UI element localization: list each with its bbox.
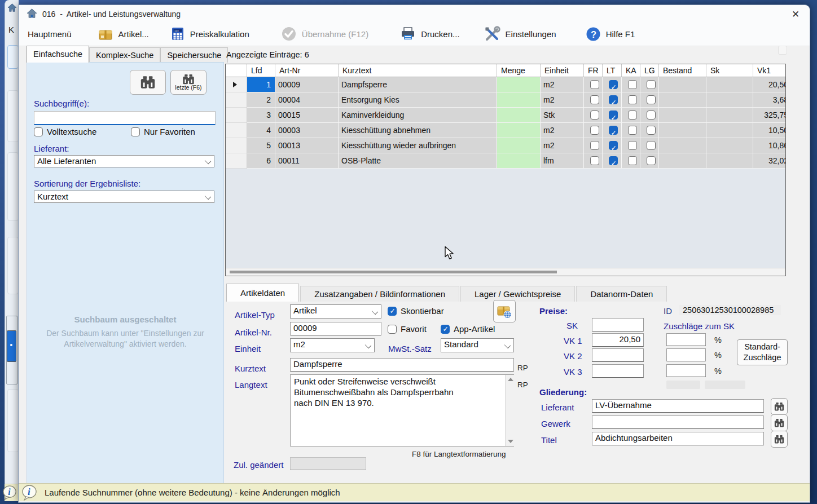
cell-vk1[interactable]: 32,02 [753, 153, 786, 169]
cell-vk1[interactable]: 20,50 [753, 77, 786, 92]
table-row[interactable]: 4 00003 Kiesschüttung abnehmen m2 10,50 [226, 123, 786, 138]
row-selector[interactable] [226, 138, 247, 153]
cell-vk1[interactable]: 325,75 [753, 108, 786, 123]
app-artikel-checkbox[interactable] [441, 325, 450, 334]
skontierbar-option[interactable]: Skontierbar [388, 306, 444, 316]
hilfe-button[interactable]: ? Hilfe F1 [578, 23, 643, 45]
cell-lfd[interactable]: 1 [247, 77, 275, 92]
cell-menge[interactable] [497, 138, 541, 153]
cell-lfd[interactable]: 3 [247, 108, 275, 123]
mwst-select[interactable]: Standard [441, 338, 514, 352]
tab-artikeldaten[interactable]: Artikeldaten [226, 284, 299, 302]
cell-lfd[interactable]: 2 [247, 92, 275, 108]
standard-zuschlaege-button[interactable]: Standard- Zuschläge [737, 339, 788, 365]
row-selector[interactable] [226, 153, 247, 169]
lieferant-select[interactable]: Alle Lieferanten [34, 155, 214, 167]
cell-artnr[interactable]: 00013 [275, 138, 339, 153]
lg-checkbox[interactable] [647, 95, 656, 104]
cell-vk1[interactable]: 10,50 [753, 123, 786, 138]
lg-checkbox[interactable] [647, 80, 656, 89]
lt-checkbox[interactable] [609, 80, 618, 89]
lt-checkbox[interactable] [609, 141, 618, 150]
hauptmenu-button[interactable]: Hauptmenü [20, 23, 80, 45]
cell-sk[interactable] [706, 77, 753, 92]
zuschlag2-input[interactable] [666, 348, 706, 361]
cell-bestand[interactable] [659, 77, 706, 92]
nur-favoriten-checkbox[interactable] [131, 127, 140, 136]
artikel-typ-select[interactable]: Artikel [290, 304, 381, 319]
lt-checkbox[interactable] [609, 110, 618, 120]
row-selector[interactable] [226, 108, 247, 123]
cell-menge[interactable] [497, 92, 541, 108]
tab-speichersuche[interactable]: Speichersuche [160, 47, 228, 63]
app-artikel-option[interactable]: App-Artikel [441, 324, 495, 334]
gewerk-search-button[interactable] [771, 414, 788, 431]
row-selector[interactable] [226, 77, 247, 92]
header-menge[interactable]: Menge [497, 64, 541, 77]
favorit-checkbox[interactable] [388, 325, 397, 334]
volltextsuche-option[interactable]: Volltextsuche [34, 127, 96, 136]
vk3-input[interactable] [592, 364, 644, 378]
cell-menge[interactable] [497, 153, 541, 169]
cell-einheit[interactable]: m2 [541, 77, 584, 92]
zuschlag3-input[interactable] [666, 364, 706, 377]
cell-artnr[interactable]: 00015 [275, 108, 339, 123]
einstellungen-button[interactable]: Einstellungen [476, 23, 564, 45]
vk1-input[interactable]: 20,50 [592, 333, 644, 347]
cell-bestand[interactable] [659, 108, 706, 123]
gliederung-lieferant-input[interactable]: LV-Übernahme [592, 399, 764, 413]
cell-artnr[interactable]: 00004 [275, 92, 339, 108]
preiskalkulation-button[interactable]: 123 Preiskalkulation [162, 23, 257, 45]
cell-kurztext[interactable]: Kaminverkleidung [339, 108, 497, 123]
fr-checkbox[interactable] [590, 156, 599, 165]
close-button[interactable]: ✕ [789, 8, 802, 21]
ka-checkbox[interactable] [628, 95, 637, 104]
last-search-button[interactable]: letzte (F6) [170, 70, 207, 95]
table-row[interactable]: 6 00011 OSB-Platte lfm 32,02 [226, 153, 786, 169]
table-row[interactable]: 3 00015 Kaminverkleidung Stk 325,75 [226, 108, 786, 123]
cell-artnr[interactable]: 00003 [275, 123, 339, 138]
tab-lager-gewichtspreise[interactable]: Lager / Gewichtspreise [460, 286, 575, 302]
vk2-input[interactable] [592, 348, 644, 362]
volltextsuche-checkbox[interactable] [34, 127, 43, 136]
lg-checkbox[interactable] [647, 110, 656, 120]
sk-input[interactable] [592, 318, 644, 331]
tab-komplexsuche[interactable]: Komplex-Suche [89, 47, 160, 63]
suchbegriff-input[interactable] [34, 111, 216, 125]
einheit-select[interactable]: m2 [290, 338, 375, 352]
cell-bestand[interactable] [659, 92, 706, 108]
search-button[interactable] [130, 70, 166, 95]
cell-lfd[interactable]: 4 [247, 123, 275, 138]
table-row[interactable]: 5 00013 Kiesschüttung wieder aufbringen … [226, 138, 786, 153]
lieferant-search-button[interactable] [771, 398, 788, 415]
cell-bestand[interactable] [659, 123, 706, 138]
cell-sk[interactable] [706, 123, 753, 138]
cell-menge[interactable] [497, 123, 541, 138]
kurztext-input[interactable]: Dampfsperre [290, 358, 514, 372]
fr-checkbox[interactable] [590, 110, 599, 120]
cell-einheit[interactable]: m2 [541, 123, 584, 138]
cell-kurztext[interactable]: Kiesschüttung wieder aufbringen [339, 138, 497, 153]
ka-checkbox[interactable] [628, 126, 637, 135]
favorit-option[interactable]: Favorit [388, 324, 427, 334]
ka-checkbox[interactable] [628, 110, 637, 120]
cell-menge[interactable] [497, 108, 541, 123]
header-sk[interactable]: Sk [706, 64, 753, 77]
header-bestand[interactable]: Bestand [659, 64, 706, 77]
cell-kurztext[interactable]: Kiesschüttung abnehmen [339, 123, 497, 138]
header-fr[interactable]: FR [584, 64, 603, 77]
langtext-scrollbar[interactable] [505, 375, 514, 446]
lg-checkbox[interactable] [647, 126, 656, 135]
header-lt[interactable]: LT [603, 64, 622, 77]
tab-datanorm-daten[interactable]: Datanorm-Daten [576, 286, 667, 302]
scroll-down-icon[interactable] [508, 440, 513, 443]
cell-einheit[interactable]: m2 [541, 138, 584, 153]
header-ka[interactable]: KA [622, 64, 640, 77]
cell-artnr[interactable]: 00011 [275, 153, 339, 169]
cell-artnr[interactable]: 00009 [275, 77, 339, 92]
fr-checkbox[interactable] [590, 95, 599, 104]
header-artnr[interactable]: Art-Nr [275, 64, 339, 77]
cell-bestand[interactable] [659, 153, 706, 169]
ka-checkbox[interactable] [628, 156, 637, 165]
drucken-button[interactable]: Drucken... [392, 23, 467, 45]
